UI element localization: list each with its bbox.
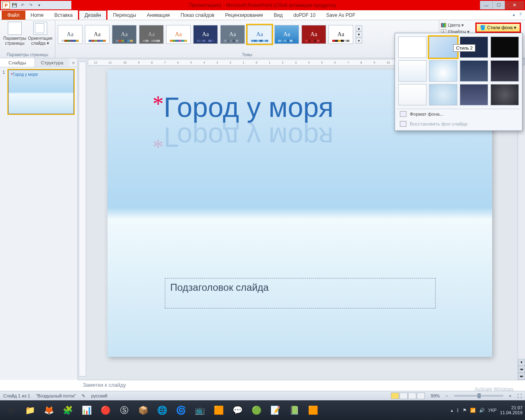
slide-title[interactable]: *Город у моря: [153, 91, 333, 123]
taskbar-app-7[interactable]: 📦: [135, 402, 152, 418]
colors-button[interactable]: Цвета ▾: [441, 23, 472, 28]
status-language[interactable]: русский: [91, 393, 107, 398]
undo-icon[interactable]: ↶: [19, 2, 26, 9]
taskbar-app-2[interactable]: 🦊: [40, 402, 57, 418]
theme-thumb-2[interactable]: Aa: [112, 25, 137, 44]
tray-language[interactable]: УКР: [488, 408, 497, 413]
reading-view-button[interactable]: [408, 393, 416, 399]
bg-style-2[interactable]: Стиль 2: [429, 37, 457, 58]
taskbar-app-0[interactable]: ⊞: [2, 402, 20, 418]
bg-style-8[interactable]: [491, 60, 519, 82]
tab-дизайн[interactable]: Дизайн: [78, 9, 107, 20]
taskbar-app-10[interactable]: 📺: [191, 402, 208, 418]
zoom-out-button[interactable]: −: [445, 393, 448, 398]
status-bar: Слайд 1 из 1 "Воздушный поток" ✎ русский…: [0, 391, 525, 400]
tab-вид[interactable]: Вид: [268, 11, 288, 20]
taskbar-app-15[interactable]: 📗: [285, 402, 303, 418]
taskbar-app-4[interactable]: 📊: [78, 402, 95, 418]
format-bg-icon: [400, 111, 406, 117]
prev-slide-icon[interactable]: ⏮: [518, 366, 525, 373]
taskbar-app-6[interactable]: Ⓢ: [116, 402, 133, 418]
theme-thumb-6[interactable]: Aa: [220, 25, 245, 44]
file-tab[interactable]: Файл: [2, 11, 25, 20]
redo-icon[interactable]: ↷: [27, 2, 34, 9]
sorter-view-button[interactable]: [399, 393, 408, 399]
theme-thumb-8[interactable]: Aa: [274, 25, 299, 44]
page-params-button[interactable]: Параметры страницы: [2, 22, 27, 46]
fit-to-window-button[interactable]: ⛶: [517, 393, 522, 398]
theme-thumb-3[interactable]: Aa: [139, 25, 164, 44]
theme-thumb-7[interactable]: Aa: [247, 25, 272, 44]
slideshow-view-button[interactable]: [417, 393, 425, 399]
taskbar-app-3[interactable]: 🧩: [59, 402, 76, 418]
bg-style-5[interactable]: [398, 60, 427, 82]
normal-view-button[interactable]: [391, 393, 399, 399]
tray-bluetooth-icon[interactable]: ᛒ: [457, 408, 459, 413]
windows-taskbar: ⊞📁🦊🧩📊🔴Ⓢ📦🌐🌀📺🟧💬🟢📝📗🟧 ▴ ᛒ ⚑ 📶 🔊 УКР 21:0711.…: [0, 400, 525, 420]
theme-nav-1[interactable]: ▼: [356, 32, 362, 37]
bg-style-7[interactable]: [460, 60, 488, 82]
taskbar-app-8[interactable]: 🌐: [153, 402, 171, 418]
tray-volume-icon[interactable]: 🔊: [479, 408, 485, 413]
bg-style-12[interactable]: [491, 84, 519, 105]
taskbar-app-5[interactable]: 🔴: [97, 402, 114, 418]
minimize-button[interactable]: —: [480, 1, 492, 9]
taskbar-app-14[interactable]: 📝: [267, 402, 284, 418]
bg-style-9[interactable]: [398, 84, 427, 105]
maximize-button[interactable]: ☐: [492, 1, 504, 9]
taskbar-app-16[interactable]: 🟧: [304, 402, 322, 418]
bg-style-6[interactable]: [429, 60, 457, 82]
tab-home[interactable]: Home: [25, 11, 49, 20]
tab-анимация[interactable]: Анимация: [142, 11, 175, 20]
theme-thumb-1[interactable]: Aa: [85, 25, 110, 44]
tray-network-icon[interactable]: 📶: [470, 408, 476, 413]
zoom-in-button[interactable]: +: [509, 393, 511, 398]
slide-subtitle-placeholder[interactable]: Подзаголовок слайда: [165, 278, 436, 308]
taskbar-app-11[interactable]: 🟧: [210, 402, 227, 418]
tray-flag-icon[interactable]: ⚑: [463, 408, 467, 413]
window-buttons: — ☐ ✕: [480, 1, 524, 9]
background-styles-button[interactable]: 🪣 Стили фона ▾: [475, 23, 521, 33]
minimize-ribbon-icon[interactable]: ▴: [513, 12, 515, 17]
tab-показ-слайдов[interactable]: Показ слайдов: [175, 11, 220, 20]
taskbar-app-1[interactable]: 📁: [21, 402, 39, 418]
scroll-down-icon[interactable]: ▼: [518, 359, 525, 366]
tab-dopdf-10[interactable]: doPDF 10: [288, 11, 321, 20]
slide-orientation-button[interactable]: Ориентация слайда ▾: [28, 22, 52, 46]
spellcheck-icon[interactable]: ✎: [82, 393, 85, 399]
tray-up-icon[interactable]: ▴: [451, 408, 453, 413]
theme-thumb-0[interactable]: Aa: [58, 25, 82, 44]
qat-more-icon[interactable]: ▾: [35, 2, 43, 9]
zoom-slider[interactable]: [454, 395, 503, 397]
theme-nav-2[interactable]: ▾: [356, 38, 362, 43]
theme-thumb-4[interactable]: Aa: [166, 25, 191, 44]
help-icon[interactable]: ?: [519, 12, 522, 17]
zoom-level[interactable]: 99%: [431, 393, 440, 398]
format-background-item[interactable]: Формат фона...: [397, 109, 520, 119]
save-icon[interactable]: 💾: [11, 2, 18, 9]
theme-nav-0[interactable]: ▲: [356, 25, 362, 31]
tab-переходы[interactable]: Переходы: [107, 11, 141, 20]
tab-outline[interactable]: Структура: [35, 58, 69, 67]
theme-thumb-10[interactable]: Aa: [329, 25, 353, 44]
tab-вставка[interactable]: Вставка: [49, 11, 78, 20]
theme-thumb-9[interactable]: Aa: [301, 25, 326, 44]
bg-style-10[interactable]: [429, 84, 457, 105]
theme-gallery[interactable]: AaAaAaAaAaAaAaAaAaAaAa▲▼▾: [58, 22, 436, 44]
bg-style-4[interactable]: [491, 37, 519, 58]
bg-style-1[interactable]: [398, 37, 427, 58]
window-title: Презентация1 - Microsoft PowerPoint (Сбо…: [1, 2, 524, 8]
taskbar-app-13[interactable]: 🟢: [248, 402, 265, 418]
slide-thumbnail-1[interactable]: 1 *Город у моря: [2, 70, 75, 114]
tab-рецензирование[interactable]: Рецензирование: [220, 11, 269, 20]
tray-clock[interactable]: 21:0711.04.2019: [500, 405, 523, 415]
taskbar-app-9[interactable]: 🌀: [172, 402, 189, 418]
panel-close-button[interactable]: ×: [69, 58, 78, 67]
close-button[interactable]: ✕: [504, 1, 524, 9]
tab-slides[interactable]: Слайды: [0, 58, 35, 67]
bg-style-11[interactable]: [460, 84, 488, 105]
taskbar-app-12[interactable]: 💬: [229, 402, 246, 418]
theme-thumb-5[interactable]: Aa: [193, 25, 218, 44]
next-slide-icon[interactable]: ⏭: [518, 373, 525, 380]
tab-save-as-pdf[interactable]: Save As PDF: [321, 11, 361, 20]
